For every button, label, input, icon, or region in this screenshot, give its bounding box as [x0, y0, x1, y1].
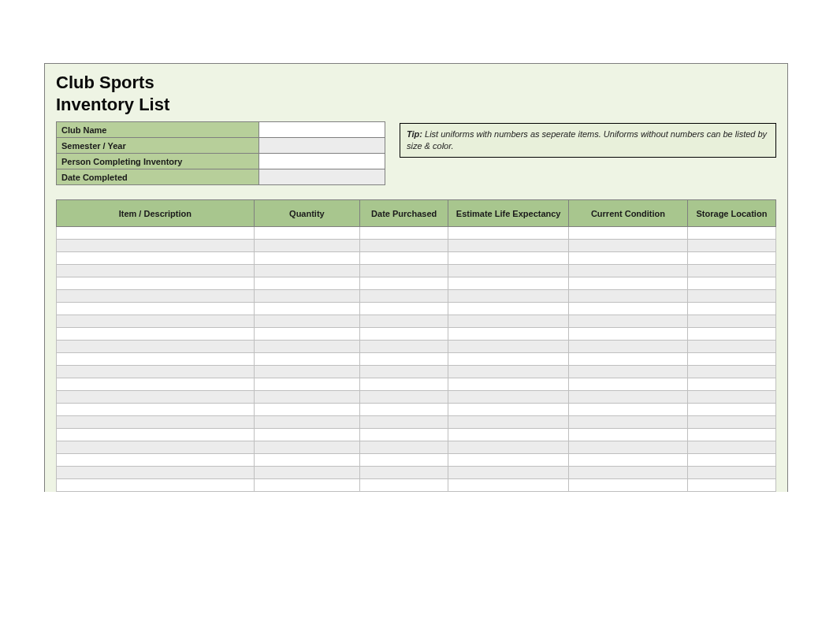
table-cell[interactable]: [254, 404, 360, 416]
table-cell[interactable]: [569, 265, 688, 277]
table-cell[interactable]: [360, 328, 448, 341]
table-cell[interactable]: [57, 353, 255, 366]
table-cell[interactable]: [360, 366, 448, 378]
table-cell[interactable]: [687, 240, 775, 252]
table-cell[interactable]: [254, 303, 360, 315]
table-cell[interactable]: [448, 277, 569, 290]
table-cell[interactable]: [569, 353, 688, 366]
table-cell[interactable]: [448, 290, 569, 303]
table-cell[interactable]: [57, 467, 255, 479]
table-cell[interactable]: [569, 429, 688, 441]
table-cell[interactable]: [448, 341, 569, 353]
table-cell[interactable]: [687, 441, 775, 454]
table-cell[interactable]: [448, 429, 569, 441]
table-cell[interactable]: [254, 378, 360, 391]
table-cell[interactable]: [687, 416, 775, 429]
table-cell[interactable]: [687, 265, 775, 277]
table-cell[interactable]: [569, 454, 688, 467]
table-cell[interactable]: [569, 467, 688, 479]
table-cell[interactable]: [687, 341, 775, 353]
table-cell[interactable]: [360, 404, 448, 416]
table-cell[interactable]: [569, 366, 688, 378]
meta-input-date-completed[interactable]: [259, 169, 385, 185]
table-cell[interactable]: [569, 303, 688, 315]
table-cell[interactable]: [687, 404, 775, 416]
table-cell[interactable]: [448, 404, 569, 416]
table-cell[interactable]: [360, 454, 448, 467]
table-cell[interactable]: [448, 441, 569, 454]
table-cell[interactable]: [448, 265, 569, 277]
table-cell[interactable]: [254, 290, 360, 303]
table-cell[interactable]: [448, 416, 569, 429]
table-cell[interactable]: [448, 353, 569, 366]
table-cell[interactable]: [569, 416, 688, 429]
table-cell[interactable]: [687, 277, 775, 290]
meta-input-club-name[interactable]: [259, 122, 385, 138]
table-cell[interactable]: [687, 479, 775, 492]
table-cell[interactable]: [360, 429, 448, 441]
table-cell[interactable]: [57, 290, 255, 303]
table-cell[interactable]: [687, 227, 775, 240]
table-cell[interactable]: [57, 378, 255, 391]
table-cell[interactable]: [254, 479, 360, 492]
table-cell[interactable]: [254, 366, 360, 378]
table-cell[interactable]: [57, 429, 255, 441]
table-cell[interactable]: [254, 441, 360, 454]
table-cell[interactable]: [57, 454, 255, 467]
table-cell[interactable]: [57, 391, 255, 404]
table-cell[interactable]: [448, 252, 569, 265]
table-cell[interactable]: [448, 467, 569, 479]
table-cell[interactable]: [569, 227, 688, 240]
table-cell[interactable]: [57, 277, 255, 290]
table-cell[interactable]: [254, 265, 360, 277]
table-cell[interactable]: [254, 429, 360, 441]
table-cell[interactable]: [254, 391, 360, 404]
table-cell[interactable]: [57, 404, 255, 416]
table-cell[interactable]: [254, 467, 360, 479]
table-cell[interactable]: [360, 467, 448, 479]
table-cell[interactable]: [569, 479, 688, 492]
table-cell[interactable]: [687, 454, 775, 467]
table-cell[interactable]: [569, 378, 688, 391]
table-cell[interactable]: [687, 366, 775, 378]
table-cell[interactable]: [687, 391, 775, 404]
table-cell[interactable]: [57, 479, 255, 492]
table-cell[interactable]: [360, 391, 448, 404]
table-cell[interactable]: [448, 240, 569, 252]
table-cell[interactable]: [254, 353, 360, 366]
table-cell[interactable]: [569, 240, 688, 252]
table-cell[interactable]: [254, 277, 360, 290]
table-cell[interactable]: [687, 252, 775, 265]
table-cell[interactable]: [687, 328, 775, 341]
table-cell[interactable]: [57, 341, 255, 353]
table-cell[interactable]: [360, 441, 448, 454]
table-cell[interactable]: [254, 454, 360, 467]
table-cell[interactable]: [687, 378, 775, 391]
table-cell[interactable]: [448, 378, 569, 391]
table-cell[interactable]: [687, 429, 775, 441]
table-cell[interactable]: [360, 240, 448, 252]
table-cell[interactable]: [360, 265, 448, 277]
table-cell[interactable]: [448, 303, 569, 315]
table-cell[interactable]: [360, 479, 448, 492]
table-cell[interactable]: [569, 277, 688, 290]
table-cell[interactable]: [687, 353, 775, 366]
meta-input-person[interactable]: [259, 154, 385, 169]
table-cell[interactable]: [360, 290, 448, 303]
table-cell[interactable]: [57, 328, 255, 341]
table-cell[interactable]: [254, 328, 360, 341]
table-cell[interactable]: [57, 315, 255, 328]
table-cell[interactable]: [569, 341, 688, 353]
table-cell[interactable]: [569, 328, 688, 341]
table-cell[interactable]: [448, 227, 569, 240]
table-cell[interactable]: [57, 366, 255, 378]
table-cell[interactable]: [360, 416, 448, 429]
table-cell[interactable]: [57, 240, 255, 252]
table-cell[interactable]: [360, 227, 448, 240]
table-cell[interactable]: [687, 303, 775, 315]
table-cell[interactable]: [687, 315, 775, 328]
table-cell[interactable]: [687, 290, 775, 303]
table-cell[interactable]: [360, 303, 448, 315]
table-cell[interactable]: [57, 252, 255, 265]
table-cell[interactable]: [448, 328, 569, 341]
